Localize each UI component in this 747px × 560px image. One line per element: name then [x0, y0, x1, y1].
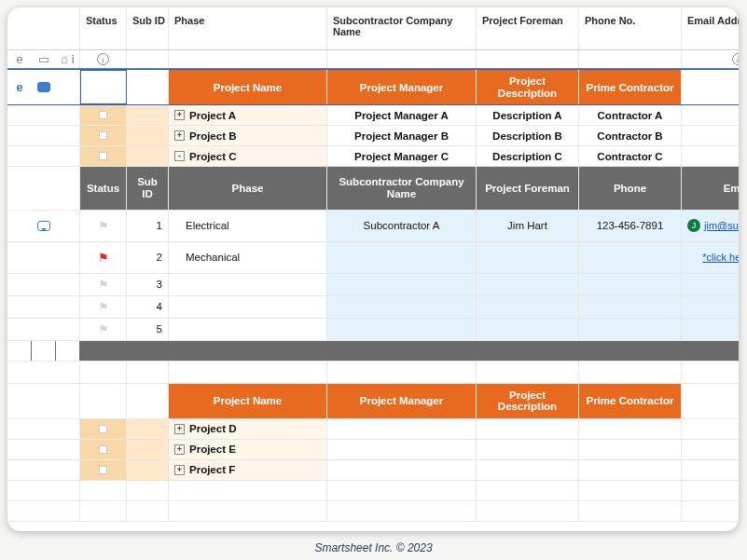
project-name-cell[interactable]: +Project A [169, 105, 327, 125]
checkbox-icon[interactable] [99, 425, 107, 433]
phone-cell[interactable] [579, 296, 682, 318]
comment-icon[interactable] [37, 82, 50, 92]
project-row[interactable]: +Project E [7, 440, 739, 460]
sub-id-cell[interactable]: 1 [127, 211, 169, 241]
phase-cell[interactable] [169, 296, 327, 318]
project-name-cell[interactable]: +Project E [169, 440, 327, 459]
project-name-cell[interactable]: -Project C [169, 146, 327, 166]
project-name-cell[interactable]: +Project B [169, 126, 327, 145]
flag-icon: ⚑ [98, 278, 109, 292]
sub-col-id: Sub ID [127, 167, 169, 209]
company-cell[interactable] [327, 274, 477, 295]
project-row[interactable]: +Project F [7, 460, 739, 481]
flag-icon: ⚑ [98, 322, 109, 336]
comment-icon[interactable] [37, 221, 50, 231]
hdr-project-description: Project Description [477, 70, 579, 104]
checkbox-icon[interactable] [99, 111, 107, 119]
grey-spacer [7, 341, 739, 362]
expand-toggle[interactable]: + [174, 465, 185, 475]
project-desc-cell[interactable]: Description C [477, 146, 579, 166]
flag-cell[interactable]: ⚑ [80, 319, 127, 340]
col-sub-id[interactable]: Sub ID [127, 7, 169, 49]
col-sub-company[interactable]: Subcontractor Company Name [327, 7, 477, 49]
sub-id-cell[interactable]: 3 [127, 274, 169, 295]
info-icon: i [732, 53, 740, 65]
email-cell[interactable] [682, 274, 739, 295]
expand-toggle[interactable]: + [174, 130, 185, 141]
project-manager-cell[interactable]: Project Manager C [327, 146, 477, 166]
project-row[interactable]: +Project AProject Manager ADescription A… [7, 105, 739, 126]
section-header-2[interactable]: Project Name Project Manager Project Des… [7, 384, 739, 419]
col-phase[interactable]: Phase [169, 7, 327, 49]
foreman-cell[interactable] [477, 319, 579, 340]
sub-row[interactable]: ⚑4 [7, 296, 739, 319]
expand-toggle[interactable]: - [174, 151, 185, 161]
col-status[interactable]: Status [80, 7, 127, 49]
hdr2-project-description: Project Description [477, 384, 579, 418]
selected-cell[interactable] [80, 70, 127, 104]
email-info[interactable]: i [682, 50, 739, 68]
phase-cell[interactable]: Electrical [169, 211, 327, 241]
phone-cell[interactable] [579, 274, 682, 295]
section-header-1[interactable]: e Project Name Project Manager Project D… [7, 69, 739, 105]
flag-cell[interactable]: ⚑ [80, 274, 127, 295]
project-manager-cell[interactable]: Project Manager B [327, 126, 477, 145]
company-cell[interactable]: Subcontractor A [327, 211, 477, 241]
expand-toggle[interactable]: + [174, 110, 185, 120]
sub-id-cell[interactable]: 4 [127, 296, 169, 318]
checkbox-icon[interactable] [99, 466, 107, 474]
project-prime-cell[interactable]: Contractor C [579, 146, 682, 166]
expand-toggle[interactable]: + [174, 424, 185, 434]
project-row[interactable]: +Project BProject Manager BDescription B… [7, 126, 739, 146]
project-manager-cell[interactable]: Project Manager A [327, 105, 477, 125]
email-link[interactable]: jim@subcon [704, 220, 739, 231]
click-here-link[interactable]: *click here for c list [687, 252, 739, 263]
phase-cell[interactable]: Mechanical [169, 242, 327, 273]
flag-icon: ⚑ [98, 300, 109, 314]
col-phone[interactable]: Phone No. [579, 7, 682, 49]
project-row[interactable]: +Project D [7, 419, 739, 440]
sub-col-status: Status [80, 167, 127, 209]
sub-id-cell[interactable]: 5 [127, 319, 169, 340]
sub-id-cell[interactable]: 2 [127, 242, 169, 273]
checkbox-icon[interactable] [99, 152, 107, 160]
phone-cell[interactable]: 123-456-7891 [579, 211, 682, 241]
flag-cell[interactable]: ⚑ [80, 242, 127, 273]
phone-cell[interactable] [579, 242, 682, 273]
sub-row[interactable]: ⚑1ElectricalSubcontractor AJim Hart123-4… [7, 211, 739, 242]
company-cell[interactable] [327, 296, 477, 318]
company-cell[interactable] [327, 242, 477, 273]
col-email[interactable]: Email Address [682, 7, 739, 49]
flag-cell[interactable]: ⚑ [80, 296, 127, 318]
foreman-cell[interactable]: Jim Hart [477, 211, 579, 241]
phase-cell[interactable] [169, 319, 327, 340]
email-cell[interactable]: *click here for c list [682, 242, 739, 273]
email-cell[interactable] [682, 319, 739, 340]
foreman-cell[interactable] [477, 242, 579, 273]
company-cell[interactable] [327, 319, 477, 340]
checkbox-icon[interactable] [99, 131, 107, 140]
phone-cell[interactable] [579, 319, 682, 340]
checkbox-icon[interactable] [99, 445, 107, 454]
project-prime-cell[interactable]: Contractor B [579, 126, 682, 145]
project-name-cell[interactable]: +Project D [169, 419, 327, 439]
flag-cell[interactable]: ⚑ [80, 211, 127, 241]
project-prime-cell[interactable]: Contractor A [579, 105, 682, 125]
blank-row [7, 362, 739, 384]
col-foreman[interactable]: Project Foreman [477, 7, 579, 49]
project-name-cell[interactable]: +Project F [169, 460, 327, 480]
project-desc-cell[interactable]: Description B [477, 126, 579, 145]
sub-col-phase: Phase [169, 167, 327, 209]
foreman-cell[interactable] [477, 296, 579, 318]
sub-row[interactable]: ⚑5 [7, 319, 739, 341]
email-cell[interactable] [682, 296, 739, 318]
sub-row[interactable]: ⚑2Mechanical*click here for c list [7, 242, 739, 274]
email-cell[interactable]: Jjim@subcon [682, 211, 739, 241]
expand-toggle[interactable]: + [174, 444, 185, 455]
project-row[interactable]: -Project CProject Manager CDescription C… [7, 146, 739, 167]
phase-cell[interactable] [169, 274, 327, 295]
foreman-cell[interactable] [477, 274, 579, 295]
sub-row[interactable]: ⚑3 [7, 274, 739, 296]
project-desc-cell[interactable]: Description A [477, 105, 579, 125]
status-info[interactable]: i [80, 50, 127, 68]
